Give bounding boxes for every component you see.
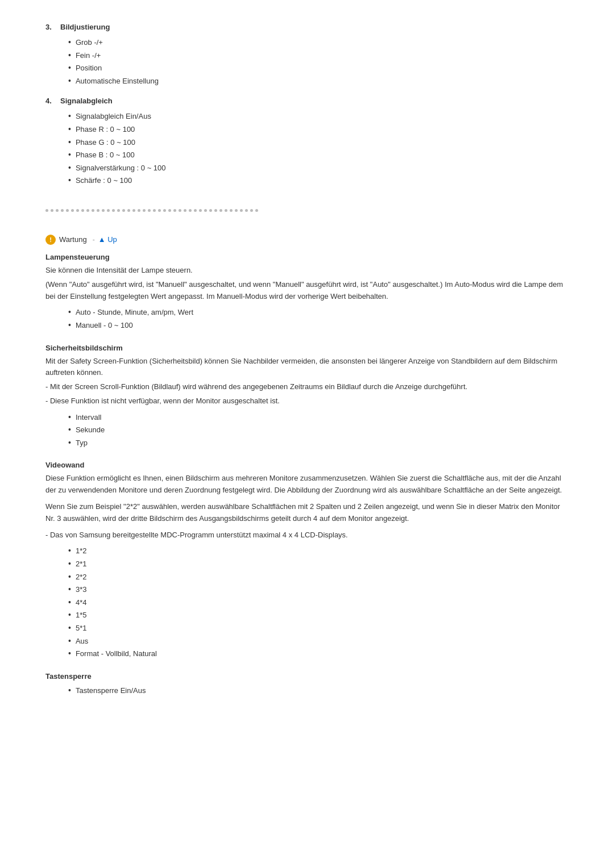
bildjustierung-list: Grob -/+ Fein -/+ Position Automatische … <box>68 37 569 86</box>
sicherheitsbildschirm-para-2: - Mit der Screen Scroll-Funktion (Bildla… <box>45 381 569 393</box>
bildjustierung-section: 3. Bildjustierung Grob -/+ Fein -/+ Posi… <box>45 23 569 86</box>
list-item: Position <box>68 62 569 74</box>
tastensperre-list: Tastensperre Ein/Aus <box>68 685 569 696</box>
list-item: Format - Vollbild, Natural <box>68 648 569 660</box>
sicherheitsbildschirm-list: Intervall Sekunde Typ <box>68 412 569 449</box>
sicherheitsbildschirm-para-3: - Diese Funktion ist nicht verfügbar, we… <box>45 395 569 407</box>
signalabgleich-section: 4. Signalabgleich Signalabgleich Ein/Aus… <box>45 97 569 186</box>
videowand-para-3: - Das von Samsung bereitgestellte MDC-Pr… <box>45 529 569 541</box>
list-item: 1*2 <box>68 545 569 557</box>
signalabgleich-header: 4. Signalabgleich <box>45 97 569 105</box>
videowand-section: Videowand Diese Funktion ermöglicht es I… <box>45 461 569 659</box>
sicherheitsbildschirm-title: Sicherheitsbildschirm <box>45 344 569 352</box>
videowand-para-2: Wenn Sie zum Beispiel "2*2" auswählen, w… <box>45 501 569 525</box>
signalabgleich-number: 4. <box>45 97 57 105</box>
signalabgleich-title: Signalabgleich <box>60 97 113 105</box>
arrow-separator: - <box>93 236 95 244</box>
list-item: Intervall <box>68 412 569 423</box>
list-item: 1*5 <box>68 610 569 621</box>
list-item: 2*2 <box>68 571 569 583</box>
lampensteuerung-title: Lampensteuerung <box>45 253 569 261</box>
list-item: Typ <box>68 437 569 449</box>
list-item: Aus <box>68 636 569 647</box>
signalabgleich-list: Signalabgleich Ein/Aus Phase R : 0 ~ 100… <box>68 111 569 186</box>
videowand-para-1: Diese Funktion ermöglicht es Ihnen, eine… <box>45 473 569 496</box>
lampensteuerung-list: Auto - Stunde, Minute, am/pm, Wert Manue… <box>68 307 569 331</box>
bildjustierung-header: 3. Bildjustierung <box>45 23 569 31</box>
wartung-icon: ! <box>45 235 56 245</box>
list-item: Phase G : 0 ~ 100 <box>68 137 569 148</box>
lampensteuerung-para-2: (Wenn "Auto" ausgeführt wird, ist "Manue… <box>45 279 569 303</box>
list-item: Automatische Einstellung <box>68 76 569 87</box>
list-item: Schärfe : 0 ~ 100 <box>68 175 569 186</box>
list-item: Auto - Stunde, Minute, am/pm, Wert <box>68 307 569 318</box>
list-item: Sekunde <box>68 424 569 436</box>
sicherheitsbildschirm-section: Sicherheitsbildschirm Mit der Safety Scr… <box>45 344 569 449</box>
divider-dots <box>45 209 569 212</box>
list-item: Tastensperre Ein/Aus <box>68 685 569 696</box>
list-item: Manuell - 0 ~ 100 <box>68 320 569 331</box>
lampensteuerung-para-1: Sie können die Intensität der Lampe steu… <box>45 265 569 277</box>
tastensperre-section: Tastensperre Tastensperre Ein/Aus <box>45 672 569 696</box>
up-link[interactable]: ▲ Up <box>98 235 117 244</box>
lampensteuerung-section: Lampensteuerung Sie können die Intensitä… <box>45 253 569 331</box>
list-item: Grob -/+ <box>68 37 569 48</box>
list-item: 5*1 <box>68 623 569 634</box>
list-item: Phase R : 0 ~ 100 <box>68 124 569 135</box>
list-item: 4*4 <box>68 597 569 608</box>
wartung-section: ! Wartung - ▲ Up Lampensteuerung Sie kön… <box>45 235 569 696</box>
sicherheitsbildschirm-para-1: Mit der Safety Screen-Funktion (Sicherhe… <box>45 356 569 379</box>
list-item: Signalverstärkung : 0 ~ 100 <box>68 162 569 174</box>
tastensperre-title: Tastensperre <box>45 672 569 681</box>
list-item: 3*3 <box>68 584 569 595</box>
videowand-title: Videowand <box>45 461 569 469</box>
list-item: Fein -/+ <box>68 50 569 61</box>
bildjustierung-title: Bildjustierung <box>60 23 110 31</box>
wartung-header: ! Wartung - ▲ Up <box>45 235 569 245</box>
wartung-label: Wartung <box>59 235 87 244</box>
list-item: 2*1 <box>68 558 569 570</box>
list-item: Signalabgleich Ein/Aus <box>68 111 569 122</box>
list-item: Phase B : 0 ~ 100 <box>68 149 569 161</box>
videowand-list: 1*2 2*1 2*2 3*3 4*4 1*5 5*1 Aus Format -… <box>68 545 569 659</box>
bildjustierung-number: 3. <box>45 23 57 31</box>
